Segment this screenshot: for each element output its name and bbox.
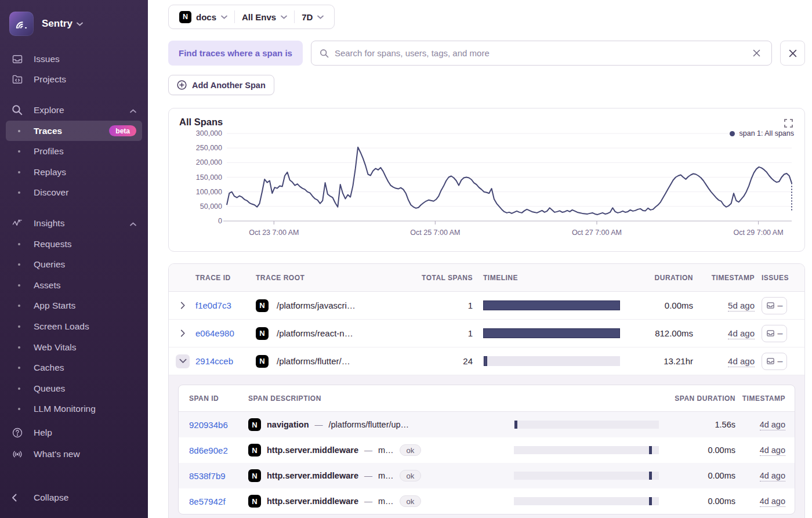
timeline-track[interactable] (483, 356, 620, 366)
span-timestamp[interactable]: 4d ago (760, 420, 785, 430)
plus-circle-icon (177, 80, 187, 90)
chevron-down-icon (179, 358, 187, 364)
span-op: http.server.middleware (267, 445, 358, 455)
span-id-link[interactable]: 920934b6 (179, 420, 248, 430)
issues-pill[interactable]: – (762, 325, 787, 342)
span-search-input[interactable] (335, 48, 744, 58)
sidebar-item-caches[interactable]: Caches (6, 357, 142, 378)
span-description: m… (378, 445, 394, 455)
col-timestamp[interactable]: Timestamp (697, 274, 758, 282)
trace-id-link[interactable]: f1e0d7c3 (195, 300, 256, 310)
insights-icon (12, 218, 27, 229)
timeline-bar (483, 328, 620, 338)
issues-pill[interactable]: – (762, 297, 787, 314)
span-timeline-track[interactable] (514, 446, 659, 454)
span-timeline-track[interactable] (514, 421, 659, 429)
trace-root: /platforms/flutter/… (277, 356, 350, 366)
org-switcher[interactable]: Sentry (0, 7, 148, 46)
trace-timestamp[interactable]: 5d ago (728, 300, 755, 311)
nextjs-icon: N (256, 355, 269, 368)
sidebar-item-queues[interactable]: Queues (6, 378, 142, 399)
span-description: m… (378, 497, 394, 506)
col-total-spans[interactable]: Total Spans (415, 274, 476, 282)
sidebar-item-traces[interactable]: Tracesbeta (6, 121, 142, 142)
span-id-link[interactable]: 8538f7b9 (179, 471, 248, 481)
sidebar-item-label: Traces (34, 126, 109, 136)
svg-text:200,000: 200,000 (196, 158, 222, 166)
bullet-icon (18, 130, 20, 132)
expand-trace-button[interactable] (176, 354, 190, 368)
span-timestamp[interactable]: 4d ago (760, 445, 785, 456)
span-id-link[interactable]: 8d6e90e2 (179, 445, 248, 455)
chart-svg: 050,000100,000150,000200,000250,000300,0… (179, 128, 795, 248)
trace-root: /platforms/react-n… (277, 328, 353, 338)
add-another-span-button[interactable]: Add Another Span (168, 75, 274, 95)
span-id-link[interactable]: 8e57942f (179, 497, 248, 506)
chevron-down-icon (77, 22, 83, 26)
trace-id-link[interactable]: e064e980 (195, 328, 256, 338)
date-range-selector[interactable]: 7D (295, 8, 331, 26)
span-op: http.server.middleware (267, 471, 358, 480)
sidebar-item-insights[interactable]: Insights (6, 213, 142, 234)
timeline-track[interactable] (483, 300, 620, 310)
sidebar-item-queries[interactable]: Queries (6, 254, 142, 275)
span-timeline-track[interactable] (514, 497, 659, 505)
sidebar-item-label: Requests (34, 239, 136, 249)
span-query-row: Find traces where a span is (168, 41, 805, 66)
span-timestamp[interactable]: 4d ago (760, 471, 785, 481)
environment-selector[interactable]: All Envs (235, 8, 294, 26)
expand-trace-button[interactable] (176, 299, 190, 313)
sidebar-collapse-button[interactable]: Collapse (6, 487, 142, 508)
sidebar-item-label: Web Vitals (34, 342, 136, 353)
sidebar-item-explore[interactable]: Explore (6, 100, 142, 121)
col-duration[interactable]: Duration (628, 274, 697, 282)
col-span-duration: Span Duration (669, 394, 739, 403)
project-selector[interactable]: N docs (172, 8, 234, 26)
col-trace-id[interactable]: Trace ID (195, 274, 256, 282)
trace-root: /platforms/javascri… (277, 300, 356, 310)
line-chart[interactable]: 050,000100,000150,000200,000250,000300,0… (179, 128, 794, 248)
chart-legend[interactable]: span 1: All spans (730, 129, 794, 137)
issues-icon (12, 53, 27, 65)
span-timestamp[interactable]: 4d ago (760, 497, 785, 507)
clear-search-button[interactable] (750, 46, 763, 60)
remove-span-filter-button[interactable] (780, 41, 805, 66)
expand-chart-button[interactable] (782, 117, 795, 130)
trace-duration: 13.21hr (628, 356, 697, 366)
sidebar-item-requests[interactable]: Requests (6, 234, 142, 255)
sidebar-item-issues[interactable]: Issues (6, 49, 142, 70)
chevron-up-icon (130, 105, 136, 115)
span-timeline-track[interactable] (514, 472, 659, 480)
sidebar-clipped-text: ▄▄▄▄▄▄▄ (0, 512, 148, 515)
sidebar-item-replays[interactable]: Replays (6, 162, 142, 183)
sidebar-item-web-vitals[interactable]: Web Vitals (6, 337, 142, 358)
span-duration: 1.56s (669, 420, 739, 429)
bullet-icon (18, 284, 20, 287)
sidebar-item-llm-monitoring[interactable]: LLM Monitoring (6, 399, 142, 420)
sidebar-item-discover[interactable]: Discover (6, 183, 142, 204)
sidebar-item-what-s-new[interactable]: What's new (6, 443, 142, 465)
col-trace-root[interactable]: Trace Root (256, 274, 415, 282)
svg-text:50,000: 50,000 (200, 202, 222, 211)
sidebar-item-help[interactable]: Help (6, 422, 142, 443)
expand-trace-button[interactable] (176, 327, 190, 340)
span-duration: 0.00ms (669, 497, 739, 506)
col-issues[interactable]: Issues (758, 274, 804, 282)
sidebar-item-projects[interactable]: Projects (6, 70, 142, 90)
sidebar-item-screen-loads[interactable]: Screen Loads (6, 316, 142, 337)
svg-text:100,000: 100,000 (196, 188, 222, 196)
timeline-track[interactable] (483, 328, 620, 338)
fullscreen-icon (784, 119, 793, 128)
chevron-down-icon (317, 15, 324, 19)
separator: — (364, 445, 372, 455)
sidebar-item-profiles[interactable]: Profiles (6, 141, 142, 162)
col-timeline[interactable]: Timeline (476, 274, 628, 282)
chevron-right-icon (180, 302, 186, 309)
col-span-description: Span Description (248, 394, 514, 403)
sidebar-item-assets[interactable]: Assets (6, 275, 142, 296)
issues-pill[interactable]: – (762, 353, 787, 370)
trace-timestamp[interactable]: 4d ago (728, 328, 755, 339)
trace-id-link[interactable]: 2914cceb (195, 356, 256, 366)
sidebar-item-app-starts[interactable]: App Starts (6, 296, 142, 317)
trace-timestamp[interactable]: 4d ago (728, 356, 755, 367)
